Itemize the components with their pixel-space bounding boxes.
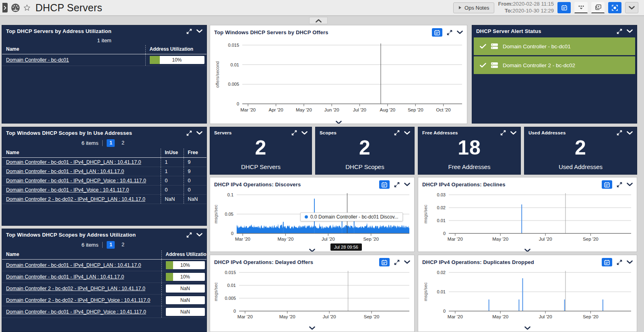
expand-icon[interactable] bbox=[394, 130, 400, 136]
svg-text:0.05: 0.05 bbox=[225, 212, 233, 217]
calendar-icon[interactable] bbox=[379, 258, 390, 266]
scope-link[interactable]: Domain Controller - bc-dc01 - IPv4_Voice… bbox=[6, 187, 129, 193]
chevron-down-icon[interactable] bbox=[404, 260, 410, 264]
fullscreen-button[interactable] bbox=[608, 2, 621, 13]
expand-icon[interactable] bbox=[394, 260, 400, 265]
scope-link[interactable]: Domain Controller - bc-dc01 - IPv4_DHCP_… bbox=[6, 178, 146, 184]
chevron-down-icon[interactable] bbox=[627, 260, 633, 264]
expand-icon[interactable] bbox=[291, 130, 297, 136]
name-cell: Domain Controller - bc-dc01 - IPv4_LAN :… bbox=[2, 167, 161, 176]
time-range-calendar-button[interactable] bbox=[557, 2, 571, 13]
chart-tooltip: 0.0 Domain Controller - bc-dc01 Discov..… bbox=[300, 212, 403, 221]
alert-status-item[interactable]: Domain Controller 2 - bc-dc02 bbox=[474, 56, 635, 74]
discovers-chart-plot[interactable]: 00.050.1msgs/secMar '20May '20Jul '20Sep… bbox=[210, 191, 414, 250]
svg-text:offers/second: offers/second bbox=[215, 61, 220, 88]
alert-status-item[interactable]: Domain Controller - bc-dc01 bbox=[474, 37, 635, 55]
calendar-icon[interactable] bbox=[432, 28, 442, 37]
svg-text:Sep '20: Sep '20 bbox=[364, 314, 380, 319]
scope-link[interactable]: Domain Controller - bc-dc01 - IPv4_DHCP_… bbox=[6, 159, 141, 165]
table-row: Domain Controller - bc-dc01 - IPv4_LAN :… bbox=[2, 271, 206, 283]
utilization-value: NaN bbox=[166, 308, 205, 316]
table-row: Domain Controller 2 - bc-dc02 - IPv4_DHC… bbox=[2, 195, 206, 204]
more-options-button[interactable] bbox=[574, 2, 588, 13]
panel-title: Top Windows DHCP Scopes by Address Utili… bbox=[6, 232, 186, 238]
svg-text:May '20: May '20 bbox=[296, 107, 312, 112]
scope-link[interactable]: Domain Controller - bc-dc01 - IPv4_LAN :… bbox=[6, 274, 124, 280]
expand-icon[interactable] bbox=[186, 232, 192, 238]
panel-duplicates-chart: DHCP IPv4 Operations: Duplicates Dropped… bbox=[418, 255, 637, 332]
table-row: Domain Controller - bc-dc01 - IPv4_DHCP_… bbox=[2, 176, 206, 186]
panel-title: DHCP IPv4 Operations: Duplicates Dropped bbox=[422, 259, 602, 265]
chevron-down-icon[interactable] bbox=[627, 131, 633, 135]
chevron-down-icon[interactable] bbox=[196, 29, 202, 33]
scope-link[interactable]: Domain Controller - bc-dc01 - IPv4_LAN :… bbox=[6, 169, 124, 174]
expand-icon[interactable] bbox=[617, 260, 622, 265]
sidebar-expand-tab[interactable] bbox=[2, 3, 8, 12]
table-row: Domain Controller - bc-dc01 - IPv4_LAN :… bbox=[2, 167, 206, 176]
column-header-name: Name bbox=[2, 148, 161, 158]
page-button-2[interactable]: 2 bbox=[119, 241, 127, 249]
calendar-icon[interactable] bbox=[602, 180, 612, 189]
expand-icon[interactable] bbox=[617, 182, 622, 188]
panel-scopes-util: Top Windows DHCP Scopes by Address Utili… bbox=[2, 229, 207, 332]
slideshow-button[interactable] bbox=[591, 2, 605, 13]
duplicates-chart-plot[interactable]: 00.010.02msgs/secMar '20May '20Jul '20Se… bbox=[418, 268, 637, 327]
device-link[interactable]: Domain Controller - bc-dc01 bbox=[6, 57, 69, 63]
utilization-cell: 10% bbox=[161, 260, 206, 271]
chevron-down-icon[interactable] bbox=[627, 29, 633, 33]
chevron-down-icon[interactable] bbox=[404, 183, 410, 186]
scope-link[interactable]: Domain Controller - bc-dc01 - IPv4_DHCP_… bbox=[6, 262, 141, 268]
chevron-down-icon[interactable] bbox=[404, 131, 410, 135]
favorite-star-icon[interactable] bbox=[23, 4, 31, 11]
column-header-name: Name bbox=[2, 250, 161, 260]
panel-title: DHCP IPv4 Operations: Delayed Offers bbox=[214, 259, 379, 265]
calendar-icon[interactable] bbox=[602, 258, 612, 266]
panel-scopes-inuse: Top Windows DHCP Scopes by In Use Addres… bbox=[2, 127, 207, 226]
chevron-down-icon[interactable] bbox=[196, 233, 202, 237]
page-button-1[interactable]: 1 bbox=[107, 241, 115, 249]
expand-icon[interactable] bbox=[617, 130, 622, 136]
column-header-util: Address Utilization bbox=[161, 250, 206, 260]
scope-link[interactable]: Domain Controller - bc-dc01 - IPv4_DHCP_… bbox=[6, 309, 146, 315]
chevron-down-icon[interactable] bbox=[627, 183, 633, 186]
utilization-bar: NaN bbox=[166, 285, 205, 293]
ops-notes-button[interactable]: Ops Notes bbox=[453, 2, 494, 13]
free-cell: NaN bbox=[184, 195, 206, 204]
svg-text:0.1: 0.1 bbox=[227, 192, 233, 197]
utilization-value: 10% bbox=[166, 273, 205, 281]
column-header-inuse: InUse bbox=[161, 148, 184, 158]
chevron-down-icon[interactable] bbox=[301, 131, 308, 135]
chevron-down-icon[interactable] bbox=[510, 131, 516, 135]
svg-text:0.01: 0.01 bbox=[437, 289, 446, 294]
page-button-1[interactable]: 1 bbox=[107, 139, 115, 147]
dashboard-header-collapse-button[interactable] bbox=[309, 17, 328, 24]
delayed-chart-plot[interactable]: 00.0050.010.015msgs/secMar '20May '20Jul… bbox=[210, 268, 414, 327]
expand-icon[interactable] bbox=[394, 182, 400, 188]
expand-icon[interactable] bbox=[186, 130, 192, 136]
stat-value: 2 bbox=[210, 137, 312, 159]
chevron-down-icon[interactable] bbox=[196, 131, 202, 135]
svg-text:0.005: 0.005 bbox=[228, 82, 239, 87]
expand-icon[interactable] bbox=[617, 29, 622, 34]
svg-text:May '20: May '20 bbox=[492, 237, 508, 241]
scope-link[interactable]: Domain Controller 2 - bc-dc02 - IPv4_DHC… bbox=[6, 297, 150, 303]
page-button-2[interactable]: 2 bbox=[119, 139, 127, 147]
check-icon bbox=[480, 44, 486, 49]
scope-link[interactable]: Domain Controller 2 - bc-dc02 - IPv4_DHC… bbox=[6, 196, 145, 202]
svg-text:0.03: 0.03 bbox=[437, 192, 446, 197]
from-value: 2020-02-28 11:15 bbox=[513, 1, 554, 7]
name-cell: Domain Controller 2 - bc-dc02 - IPv4_DHC… bbox=[2, 195, 161, 204]
svg-text:0: 0 bbox=[443, 309, 446, 313]
offers-chart-plot[interactable]: 00.0050.010.015offers/secondMar '20Apr '… bbox=[210, 39, 467, 122]
scope-link[interactable]: Domain Controller 2 - bc-dc02 - IPv4_DHC… bbox=[6, 286, 145, 291]
inuse-cell: 0 bbox=[161, 186, 184, 195]
stat-value: 2 bbox=[316, 137, 414, 159]
expand-icon[interactable] bbox=[447, 30, 452, 35]
expand-icon[interactable] bbox=[500, 130, 506, 136]
topbar-collapse-menu-button[interactable] bbox=[625, 2, 638, 13]
expand-icon[interactable] bbox=[186, 29, 192, 34]
chevron-down-icon[interactable] bbox=[457, 31, 463, 34]
calendar-icon[interactable] bbox=[379, 180, 390, 189]
inuse-cell: 1 bbox=[161, 158, 184, 167]
declines-chart-plot[interactable]: 00.010.020.03msgs/secMar '20May '20Jul '… bbox=[418, 191, 637, 250]
